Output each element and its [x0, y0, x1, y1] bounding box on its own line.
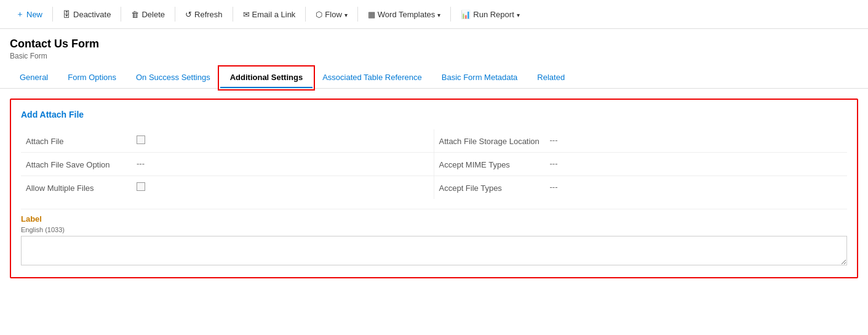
allow-multiple-files-checkbox[interactable]	[137, 182, 145, 191]
attach-file-save-option-row: Attach File Save Option ---	[21, 153, 434, 176]
word-templates-icon: ▦	[368, 10, 375, 19]
label-input[interactable]	[21, 236, 847, 265]
right-column: Attach File Storage Location --- Accept …	[434, 129, 848, 199]
tab-additional-settings[interactable]: Additional Settings	[220, 68, 313, 88]
separator	[175, 7, 175, 22]
tabs-bar: General Form Options On Success Settings…	[0, 60, 868, 89]
section-title: Add Attach File	[21, 110, 847, 119]
plus-icon: ＋	[16, 9, 24, 20]
tab-on-success-settings[interactable]: On Success Settings	[126, 68, 220, 88]
toolbar: ＋ New 🗄 Deactivate 🗑 Delete ↺ Refresh ✉ …	[0, 0, 868, 29]
tab-basic-form-metadata[interactable]: Basic Form Metadata	[432, 68, 528, 88]
word-templates-button[interactable]: ▦ Word Templates	[362, 6, 447, 23]
form-grid: Attach File Attach File Save Option --- …	[21, 129, 847, 199]
attach-file-storage-location-value: ---	[550, 135, 558, 145]
word-templates-dropdown-icon	[437, 10, 440, 19]
separator	[305, 7, 306, 22]
label-language: English (1033)	[21, 226, 847, 233]
run-report-dropdown-icon	[517, 10, 520, 19]
tab-related[interactable]: Related	[527, 68, 575, 88]
accept-file-types-row: Accept File Types ---	[434, 176, 848, 199]
tab-form-options[interactable]: Form Options	[58, 68, 126, 88]
flow-dropdown-icon	[344, 10, 348, 19]
flow-button[interactable]: ⬡ Flow	[309, 6, 353, 23]
delete-icon: 🗑	[131, 10, 139, 19]
accept-mime-types-row: Accept MIME Types ---	[434, 153, 848, 176]
run-report-icon: 📊	[461, 10, 471, 19]
content-area: Add Attach File Attach File Attach File …	[0, 89, 868, 288]
email-icon: ✉	[243, 10, 250, 19]
label-section-title: Label	[21, 214, 847, 224]
page-subtitle: Basic Form	[10, 52, 858, 60]
add-attach-file-section: Add Attach File Attach File Attach File …	[10, 99, 858, 278]
run-report-button[interactable]: 📊 Run Report	[455, 6, 525, 23]
separator	[357, 7, 358, 22]
delete-button[interactable]: 🗑 Delete	[125, 6, 171, 23]
separator	[450, 7, 451, 22]
label-section: Label English (1033)	[21, 209, 847, 267]
tab-general[interactable]: General	[10, 68, 58, 88]
attach-file-storage-location-label: Attach File Storage Location	[439, 135, 550, 146]
accept-file-types-value: ---	[550, 182, 558, 192]
attach-file-save-option-value: ---	[137, 159, 145, 168]
allow-multiple-files-label: Allow Multiple Files	[26, 182, 137, 193]
left-column: Attach File Attach File Save Option --- …	[21, 129, 434, 199]
separator	[52, 7, 53, 22]
deactivate-icon: 🗄	[63, 10, 71, 19]
page-title: Contact Us Form	[10, 38, 858, 50]
attach-file-checkbox[interactable]	[137, 135, 145, 144]
attach-file-row: Attach File	[21, 129, 434, 153]
separator	[121, 7, 121, 22]
tab-associated-table-reference[interactable]: Associated Table Reference	[313, 68, 432, 88]
accept-file-types-label: Accept File Types	[439, 182, 550, 193]
flow-icon: ⬡	[316, 10, 322, 19]
attach-file-storage-location-row: Attach File Storage Location ---	[434, 129, 848, 153]
attach-file-save-option-label: Attach File Save Option	[26, 159, 137, 169]
new-button[interactable]: ＋ New	[10, 5, 49, 23]
allow-multiple-files-row: Allow Multiple Files	[21, 176, 434, 199]
refresh-icon: ↺	[185, 10, 192, 19]
email-link-button[interactable]: ✉ Email a Link	[237, 6, 302, 23]
deactivate-button[interactable]: 🗄 Deactivate	[57, 6, 117, 23]
refresh-button[interactable]: ↺ Refresh	[179, 6, 229, 23]
accept-mime-types-value: ---	[550, 159, 558, 168]
attach-file-label: Attach File	[26, 135, 137, 146]
page-header: Contact Us Form Basic Form	[0, 29, 868, 60]
separator	[233, 7, 233, 22]
accept-mime-types-label: Accept MIME Types	[439, 159, 550, 169]
